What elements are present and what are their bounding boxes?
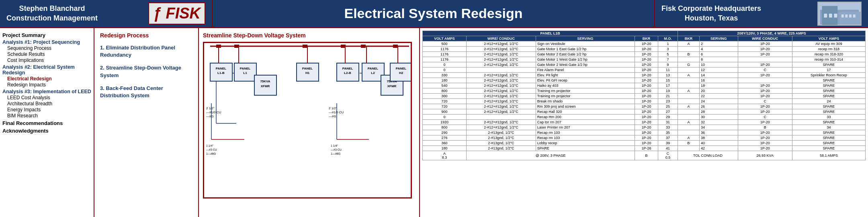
table-cell: 40	[699, 141, 738, 146]
table-row: 2762-#13gnd, 1/2"CRecap rm 1031P-2037A38…	[423, 135, 866, 141]
col-serving-right: SERVING	[699, 36, 738, 41]
svg-text:2 1/2": 2 1/2"	[329, 106, 337, 110]
sidebar-project-summary[interactable]: Project Summary	[2, 32, 91, 38]
table-cell: SPARE	[792, 94, 865, 99]
table-cell: 29	[658, 115, 678, 120]
table-cell: 33	[658, 125, 678, 130]
total-conn-load-label: TOL CONN LOAD	[678, 151, 738, 160]
svg-text:PANEL: PANEL	[342, 67, 353, 70]
table-cell: 32	[699, 120, 738, 125]
content-area: Redesign Process 1. Eliminate Distributi…	[94, 28, 868, 217]
svg-text:PANEL: PANEL	[302, 67, 313, 70]
table-cell: 1P-20	[738, 130, 792, 135]
table-cell: Lobby recep	[536, 141, 635, 146]
table-cell: 2-#12+#12gnd, 1/2"C	[467, 62, 536, 68]
table-cell: 360	[423, 141, 467, 146]
table-cell: 41	[658, 146, 678, 151]
table-cell: SPARE	[792, 62, 865, 68]
table-cell: 300	[423, 94, 467, 99]
sidebar-schedule-results[interactable]: Schedule Results	[2, 51, 91, 57]
sidebar-acknowledgments[interactable]: Acknowledgments	[2, 128, 91, 134]
table-cell: 25	[658, 104, 678, 109]
table-row: 3002-#12+#12gnd, 1/2"CTraining rm projec…	[423, 94, 866, 99]
table-cell: 15	[658, 78, 678, 83]
table-cell: 2-#12+#12gnd, 1/2"C	[467, 83, 536, 88]
table-cell: 2-#13gnd, 1/2"C	[467, 146, 536, 151]
table-cell: Recap rm 103	[536, 135, 635, 141]
table-cell: recep rm 318	[792, 47, 865, 52]
table-cell: A	[678, 135, 700, 141]
table-cell: 900	[423, 109, 467, 115]
table-cell: 17	[658, 83, 678, 88]
table-cell: A	[678, 120, 700, 125]
table-cell	[678, 130, 700, 135]
table-cell: 11	[658, 68, 678, 73]
table-cell: 2-#12+#12gnd, 1/2"C	[467, 52, 536, 57]
svg-text:—#3 CU: —#3 CU	[331, 148, 342, 151]
table-cell: 1P-20	[635, 52, 658, 57]
svg-rect-7	[841, 14, 844, 17]
redesign-panel: Redesign Process 1. Eliminate Distributi…	[94, 28, 199, 217]
table-cell: Gate Motor 2 East Gate 1/2 hp	[536, 52, 635, 57]
table-cell: 1P-20	[635, 120, 658, 125]
col-volt-amps-right: VOLT AMPS	[792, 36, 865, 41]
table-cell	[678, 99, 700, 104]
table-cell: 1P-20	[635, 94, 658, 99]
table-cell: G	[678, 62, 700, 68]
table-cell: 1P-26	[635, 146, 658, 151]
svg-text:—#1/0 CU: —#1/0 CU	[329, 111, 344, 114]
sidebar-analysis1[interactable]: Analysis #1: Project Sequencing	[2, 39, 91, 45]
redesign-title: Redesign Process	[100, 32, 192, 39]
table-cell: 2-#12+#12gnd, 1/2"C	[467, 94, 536, 99]
svg-text:1—#8G: 1—#8G	[206, 152, 216, 155]
svg-text:L2: L2	[371, 71, 375, 75]
table-cell: 1P-20	[635, 62, 658, 68]
sidebar-leed-cost[interactable]: LEED Cost Analysis	[2, 95, 91, 100]
table-cell: 8	[699, 57, 738, 62]
table-row: 8002-#12+#12gnd, 1/2"CTraining rm projec…	[423, 88, 866, 94]
table-cell: 21	[658, 94, 678, 99]
table-cell: 1P-20	[738, 73, 792, 78]
col-wire-left: WIRE/ CONDUC	[467, 36, 536, 41]
svg-text:L1-B: L1-B	[217, 71, 225, 75]
sidebar-arch-breadth[interactable]: Architectural Breadth	[2, 101, 91, 106]
col-serving-left: SERVING	[536, 36, 635, 41]
table-cell: recep rm 318-320	[792, 52, 865, 57]
sidebar-sequencing-process[interactable]: Sequencing Process	[2, 45, 91, 51]
sidebar-bim-research[interactable]: BIM Research	[2, 113, 91, 119]
sidebar-analysis3[interactable]: Analysis #3: Implementation of LEED	[2, 89, 91, 94]
table-cell: 18	[699, 83, 738, 88]
table-cell: 2-#12+#12gnd, 1/2"C	[467, 78, 536, 83]
table-cell: Haiko ay 403	[536, 83, 635, 88]
sidebar-redesign-impacts[interactable]: Redesign Impacts	[2, 82, 91, 88]
table-cell: 1176	[423, 52, 467, 57]
total-amps: 58.1 AMPS	[792, 151, 865, 160]
table-cell: 180	[423, 146, 467, 151]
table-row: 8002-#12+#12gnd, 1/2"CLaser Printer rm 2…	[423, 125, 866, 130]
table-cell: A	[678, 88, 700, 94]
table-row: 7202-#12+#12gnd, 1/2"CBreak rm shado1P-2…	[423, 99, 866, 104]
table-cell: 800	[423, 88, 467, 94]
sidebar: Project Summary Analysis #1: Project Seq…	[0, 28, 94, 217]
table-cell: 276	[423, 135, 467, 141]
table-cell: 1P-20	[635, 130, 658, 135]
table-cell: 1P-20	[738, 120, 792, 125]
svg-text:—#G: —#G	[206, 115, 214, 118]
panel-subtitle: 208Y/120V, 3 PHASE, 4 WIRE, 225 AMPS	[678, 31, 866, 36]
table-cell	[738, 57, 792, 62]
table-cell: 0	[423, 115, 467, 120]
sidebar-electrical-redesign[interactable]: Electrical Redesign	[2, 76, 91, 82]
sidebar-final-rec[interactable]: Final Recommendations	[2, 120, 91, 126]
table-row: 1802-#13gnd, 1/2"CSPARE1P-2641421P-20SPA…	[423, 146, 866, 151]
table-cell: 2	[699, 41, 738, 47]
col-bkr-right: BKR	[678, 36, 700, 41]
table-cell: 5	[658, 52, 678, 57]
sidebar-analysis2[interactable]: Analysis #2: Electrical System Redesign	[2, 64, 91, 76]
sidebar-cost-implications[interactable]: Cost Implications	[2, 57, 91, 63]
table-cell: 1P-20	[635, 73, 658, 78]
table-cell: Rm 309 proj and screen	[536, 104, 635, 109]
table-cell: 1P-20	[635, 125, 658, 130]
table-cell: SPARE	[792, 130, 865, 135]
table-row: 2902-#13gnd, 1/2"CRecap rm 1031P-2035361…	[423, 130, 866, 135]
sidebar-energy-impacts[interactable]: Energy Impacts	[2, 107, 91, 113]
